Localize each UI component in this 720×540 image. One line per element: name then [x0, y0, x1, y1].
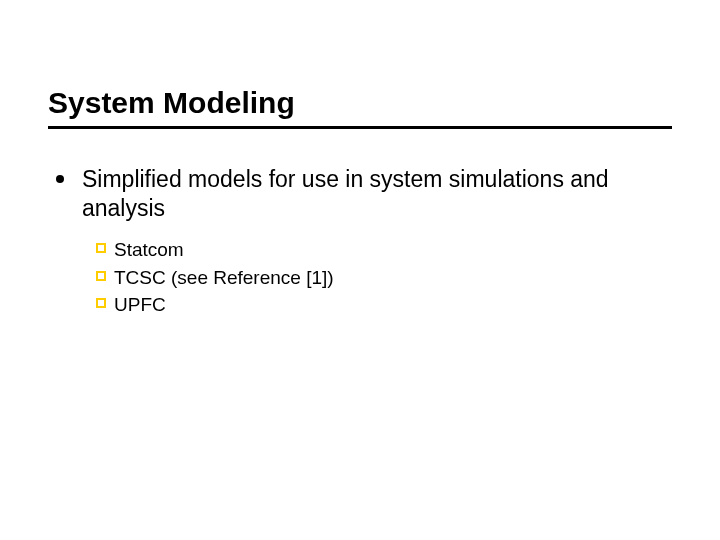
bullet-dot-icon [56, 175, 64, 183]
sub-bullet-item: Statcom [96, 238, 672, 262]
sub-bullet-text: TCSC (see Reference [1]) [114, 266, 334, 290]
sub-bullet-item: TCSC (see Reference [1]) [96, 266, 672, 290]
hollow-square-icon [96, 271, 106, 281]
slide-body: Simplified models for use in system simu… [48, 165, 672, 317]
bullet-level1: Simplified models for use in system simu… [56, 165, 672, 224]
sub-bullet-text: Statcom [114, 238, 184, 262]
sub-bullet-text: UPFC [114, 293, 166, 317]
hollow-square-icon [96, 243, 106, 253]
slide: System Modeling Simplified models for us… [0, 0, 720, 540]
bullet-text: Simplified models for use in system simu… [82, 165, 642, 224]
slide-title: System Modeling [48, 86, 672, 120]
hollow-square-icon [96, 298, 106, 308]
sub-bullet-list: Statcom TCSC (see Reference [1]) UPFC [56, 238, 672, 317]
sub-bullet-item: UPFC [96, 293, 672, 317]
title-divider [48, 126, 672, 129]
